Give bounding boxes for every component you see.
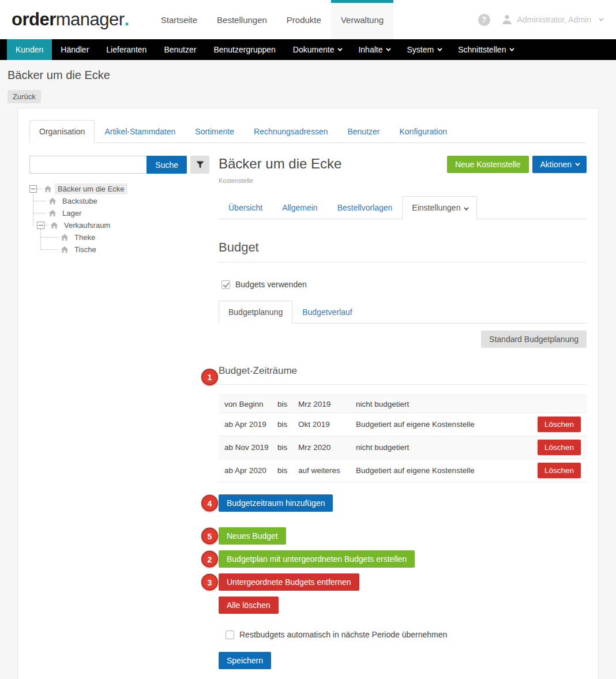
tab-allgemein[interactable]: Allgemein — [272, 196, 327, 219]
org-tree: Bäcker um die Ecke Backstube Lager Verk — [29, 183, 209, 256]
detail-tabs: Übersicht Allgemein Bestellvorlagen Eins… — [219, 196, 587, 219]
remove-sub-budgets-button[interactable]: Untergeordnete Budgets entfernen — [219, 573, 359, 591]
tab-organisation[interactable]: Organisation — [29, 120, 95, 143]
back-button[interactable]: Zurück — [7, 90, 41, 103]
table-row: ab Apr 2020 bis auf weiteres Budgetiert … — [219, 459, 587, 482]
tree-node-root[interactable]: Bäcker um die Ecke — [55, 183, 127, 194]
tab-rechnungsadressen[interactable]: Rechnungsadressen — [244, 120, 337, 143]
tab-sortimente[interactable]: Sortimente — [185, 120, 244, 143]
nav-bestellungen[interactable]: Bestellungen — [207, 0, 277, 39]
user-name: Administrator, Admin — [517, 15, 591, 24]
step-badge-2: 2 — [201, 551, 218, 568]
header-right: ? Administrator, Admin — [478, 0, 616, 39]
app-header: ordermanager. Startseite Bestellungen Pr… — [0, 0, 616, 39]
use-budgets-checkbox[interactable] — [221, 280, 230, 289]
chevron-down-icon — [437, 46, 442, 51]
tree-row: Backstube — [29, 195, 209, 207]
filter-button[interactable] — [190, 156, 209, 174]
main-panel: Organisation Artikel-Stammdaten Sortimen… — [17, 108, 599, 679]
top-nav: Startseite Bestellungen Produkte Verwalt… — [151, 0, 393, 39]
period-to: Mrz 2020 — [298, 443, 356, 452]
carryover-checkbox[interactable] — [226, 631, 234, 639]
period-from: ab Nov 2019 — [224, 443, 277, 452]
chevron-down-icon — [386, 46, 391, 51]
table-row: ab Apr 2019 bis Okt 2019 Budgetiert auf … — [219, 413, 587, 436]
menubar-inhalte[interactable]: Inhalte — [350, 39, 398, 60]
tree-node-theke[interactable]: Theke — [72, 232, 98, 243]
house-icon — [61, 234, 69, 241]
delete-period-button[interactable]: Löschen — [538, 417, 581, 432]
logo-dot: . — [125, 9, 129, 30]
delete-period-button[interactable]: Löschen — [538, 463, 581, 478]
tab-budgetplanung[interactable]: Budgetplanung — [219, 301, 292, 324]
tree-connector — [33, 213, 46, 213]
tab-benutzer[interactable]: Benutzer — [337, 120, 389, 143]
delete-period-button[interactable]: Löschen — [538, 440, 581, 455]
step-badge-5: 5 — [201, 528, 218, 545]
tab-bestellvorlagen[interactable]: Bestellvorlagen — [328, 196, 403, 219]
user-menu[interactable]: Administrator, Admin — [501, 13, 602, 26]
action-row: 2 Budgetplan mit untergeordneten Budgets… — [219, 550, 587, 568]
tree-row: Tische — [29, 243, 209, 256]
tree-collapse-toggle[interactable] — [37, 222, 44, 229]
menubar-benutzergruppen[interactable]: Benutzergruppen — [205, 39, 284, 60]
action-row: 3 Untergeordnete Budgets entfernen — [219, 573, 587, 591]
menubar-haendler[interactable]: Händler — [52, 39, 97, 60]
add-budget-period-button[interactable]: Budgetzeitraum hinzufügen — [219, 494, 333, 512]
new-cost-center-button[interactable]: Neue Kostenstelle — [447, 156, 529, 173]
step-badge-1: 1 — [201, 369, 218, 385]
new-budget-button[interactable]: Neues Budget — [219, 527, 286, 545]
budget-tabs: Budgetplanung Budgetverlauf — [219, 301, 587, 324]
tree-connector — [41, 237, 58, 238]
actions-dropdown-button[interactable]: Aktionen — [532, 156, 587, 173]
menubar-dokumente[interactable]: Dokumente — [284, 39, 350, 60]
menubar-benutzer[interactable]: Benutzer — [155, 39, 205, 60]
period-to: Mrz 2019 — [298, 400, 356, 408]
create-sub-budget-plan-button[interactable]: Budgetplan mit untergeordneten Budgets e… — [219, 550, 415, 568]
help-icon[interactable]: ? — [478, 14, 490, 26]
tree-collapse-toggle[interactable] — [29, 185, 37, 193]
house-icon — [48, 209, 57, 217]
tree-connector — [37, 189, 42, 189]
logo-bold: order — [12, 9, 56, 30]
nav-startseite[interactable]: Startseite — [151, 0, 207, 39]
tree-connector — [44, 225, 48, 226]
save-button[interactable]: Speichern — [219, 652, 271, 669]
menubar-lieferanten[interactable]: Lieferanten — [97, 39, 155, 60]
period-to: Okt 2019 — [298, 420, 356, 429]
tab-budgetverlauf[interactable]: Budgetverlauf — [292, 301, 362, 324]
delete-all-button[interactable]: Alle löschen — [219, 597, 279, 614]
period-bis-label: bis — [277, 443, 298, 452]
period-from: von Beginn — [224, 400, 277, 408]
step-badge-3: 3 — [201, 574, 218, 591]
tree-node-tische[interactable]: Tische — [72, 244, 99, 255]
period-status: nicht budgetiert — [356, 443, 535, 452]
tab-uebersicht[interactable]: Übersicht — [219, 196, 272, 219]
customer-tabs: Organisation Artikel-Stammdaten Sortimen… — [29, 120, 587, 143]
tree-node-verkaufsraum[interactable]: Verkaufsraum — [61, 220, 113, 231]
budget-periods-table: von Beginn bis Mrz 2019 nicht budgetiert… — [219, 395, 587, 482]
tree-connector — [41, 249, 58, 250]
menubar-schnittstellen[interactable]: Schnittstellen — [449, 39, 521, 60]
tree-node-lager[interactable]: Lager — [59, 208, 84, 219]
nav-verwaltung[interactable]: Verwaltung — [331, 0, 393, 39]
tab-konfiguration[interactable]: Konfiguration — [390, 120, 457, 143]
tree-node-backstube[interactable]: Backstube — [59, 196, 100, 207]
menubar-kunden[interactable]: Kunden — [7, 39, 52, 60]
tab-einstellungen[interactable]: Einstellungen — [402, 196, 477, 219]
nav-produkte[interactable]: Produkte — [277, 0, 331, 39]
table-row: ab Nov 2019 bis Mrz 2020 nicht budgetier… — [219, 436, 587, 459]
standard-budgetplanung-button[interactable]: Standard Budgetplanung — [481, 331, 587, 348]
tree-row: Lager — [29, 207, 209, 219]
action-row: 5 Neues Budget — [219, 527, 587, 545]
house-icon — [44, 185, 52, 193]
period-bis-label: bis — [277, 400, 298, 408]
search-input[interactable] — [29, 156, 147, 174]
menubar-system[interactable]: System — [398, 39, 449, 60]
tree-row: Theke — [29, 231, 209, 243]
tree-row: Bäcker um die Ecke — [29, 183, 209, 195]
tab-artikel-stammdaten[interactable]: Artikel-Stammdaten — [95, 120, 185, 143]
page-title: Bäcker um die Ecke — [7, 69, 616, 82]
search-button[interactable]: Suche — [147, 156, 187, 174]
carryover-row: Restbudgets automatisch in nächste Perio… — [219, 630, 587, 639]
